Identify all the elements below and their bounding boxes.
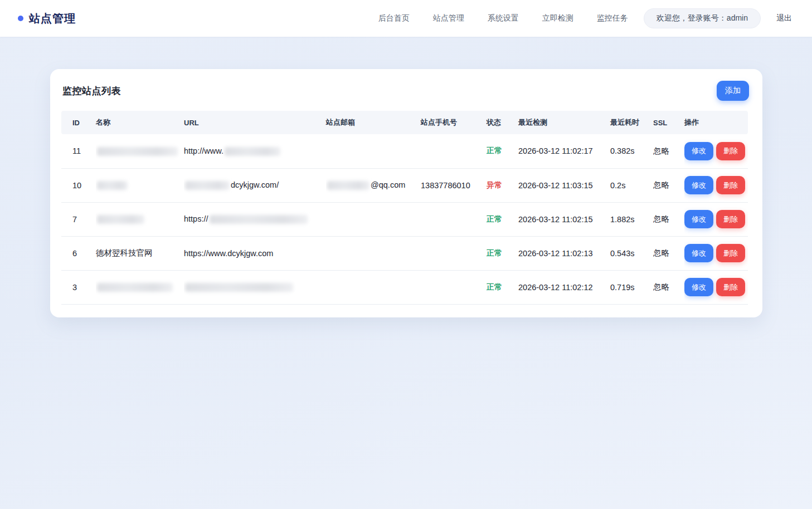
column-header-5: 状态 (487, 111, 518, 134)
column-header-4: 站点手机号 (421, 111, 487, 134)
monitor-site-list-card: 监控站点列表 添加 ID名称URL站点邮箱站点手机号状态最近检测最近耗时SSL操… (50, 69, 762, 317)
cell-operations: 修改删除 (684, 270, 748, 304)
column-header-9: 操作 (684, 111, 748, 134)
cell-text: @qq.com (371, 180, 405, 189)
cell-text: dcykjgw.com/ (231, 180, 279, 189)
cell-id: 6 (61, 236, 96, 270)
logout-link[interactable]: 退出 (776, 13, 792, 23)
delete-button[interactable]: 删除 (716, 142, 745, 160)
welcome-account-badge: 欢迎您，登录账号：admin (644, 8, 761, 28)
column-header-1: 名称 (96, 111, 184, 134)
nav-item-dashboard[interactable]: 后台首页 (378, 13, 410, 23)
cell-name (96, 168, 184, 202)
cell-name (96, 270, 184, 304)
cell-phone (421, 236, 487, 270)
redacted-blur (185, 181, 230, 190)
cell-last-check: 2026-03-12 11:02:17 (518, 134, 610, 168)
cell-id: 10 (61, 168, 96, 202)
status-badge: 正常 (487, 146, 502, 155)
redacted-blur (97, 215, 144, 224)
cell-email (326, 236, 421, 270)
column-header-2: URL (184, 111, 326, 134)
cell-url (184, 270, 326, 304)
row-actions: 修改删除 (684, 210, 748, 228)
redacted-blur (185, 283, 293, 292)
cell-status: 正常 (487, 134, 518, 168)
delete-button[interactable]: 删除 (716, 176, 745, 194)
nav-item-site-management[interactable]: 站点管理 (433, 13, 464, 23)
cell-phone (421, 202, 487, 236)
add-site-button[interactable]: 添加 (717, 81, 749, 101)
cell-last-check: 2026-03-12 11:03:15 (518, 168, 610, 202)
site-table-body: 11http://www.正常2026-03-12 11:02:170.382s… (61, 134, 748, 304)
cell-name: 德材翌科技官网 (96, 236, 184, 270)
delete-button[interactable]: 删除 (716, 244, 745, 262)
edit-button[interactable]: 修改 (684, 176, 713, 194)
cell-ssl: 忽略 (653, 134, 684, 168)
status-badge: 正常 (487, 282, 502, 291)
cell-email: @qq.com (326, 168, 421, 202)
cell-ssl: 忽略 (653, 202, 684, 236)
row-actions: 修改删除 (684, 176, 748, 194)
cell-email (326, 134, 421, 168)
redacted-blur (97, 283, 173, 292)
table-row: 11http://www.正常2026-03-12 11:02:170.382s… (61, 134, 748, 168)
cell-status: 正常 (487, 202, 518, 236)
edit-button[interactable]: 修改 (684, 142, 713, 160)
redacted-blur (97, 181, 128, 190)
column-header-6: 最近检测 (518, 111, 610, 134)
cell-url: https:// (184, 202, 326, 236)
top-navbar: 站点管理 后台首页 站点管理 系统设置 立即检测 监控任务 欢迎您，登录账号：a… (0, 0, 812, 37)
cell-status: 正常 (487, 236, 518, 270)
cell-duration: 0.719s (610, 270, 653, 304)
nav-item-check-now[interactable]: 立即检测 (542, 13, 573, 23)
cell-ssl: 忽略 (653, 168, 684, 202)
redacted-blur (225, 147, 280, 156)
cell-url: dcykjgw.com/ (184, 168, 326, 202)
cell-name (96, 202, 184, 236)
redacted-blur (210, 215, 308, 224)
cell-url: https://www.dcykjgw.com (184, 236, 326, 270)
brand-label: 站点管理 (29, 11, 76, 26)
cell-phone (421, 134, 487, 168)
cell-text: https:// (184, 214, 208, 223)
cell-status: 正常 (487, 270, 518, 304)
cell-last-check: 2026-03-12 11:02:15 (518, 202, 610, 236)
cell-ssl: 忽略 (653, 270, 684, 304)
row-actions: 修改删除 (684, 244, 748, 262)
cell-duration: 0.2s (610, 168, 653, 202)
cell-text: 德材翌科技官网 (96, 248, 153, 257)
card-title: 监控站点列表 (62, 85, 121, 97)
table-row: 6德材翌科技官网https://www.dcykjgw.com正常2026-03… (61, 236, 748, 270)
cell-name (96, 134, 184, 168)
status-badge: 异常 (487, 180, 502, 189)
cell-status: 异常 (487, 168, 518, 202)
edit-button[interactable]: 修改 (684, 210, 713, 228)
redacted-blur (97, 147, 178, 156)
edit-button[interactable]: 修改 (684, 244, 713, 262)
delete-button[interactable]: 删除 (716, 210, 745, 228)
column-header-0: ID (61, 111, 96, 134)
cell-duration: 0.382s (610, 134, 653, 168)
cell-email (326, 202, 421, 236)
brand-dot-icon (18, 16, 23, 21)
cell-text: http://www. (184, 146, 223, 155)
row-actions: 修改删除 (684, 278, 748, 296)
delete-button[interactable]: 删除 (716, 278, 745, 296)
column-header-3: 站点邮箱 (326, 111, 421, 134)
redacted-blur (327, 181, 369, 190)
cell-duration: 0.543s (610, 236, 653, 270)
row-actions: 修改删除 (684, 142, 748, 160)
status-badge: 正常 (487, 214, 502, 223)
cell-id: 11 (61, 134, 96, 168)
cell-operations: 修改删除 (684, 236, 748, 270)
nav-item-system-settings[interactable]: 系统设置 (488, 13, 519, 23)
cell-operations: 修改删除 (684, 134, 748, 168)
cell-last-check: 2026-03-12 11:02:12 (518, 270, 610, 304)
cell-text: https://www.dcykjgw.com (184, 249, 273, 258)
nav-menu: 后台首页 站点管理 系统设置 立即检测 监控任务 (378, 13, 628, 23)
edit-button[interactable]: 修改 (684, 278, 713, 296)
card-header: 监控站点列表 添加 (61, 69, 751, 111)
nav-item-monitor-tasks[interactable]: 监控任务 (597, 13, 628, 23)
table-row: 10dcykjgw.com/@qq.com13837786010异常2026-0… (61, 168, 748, 202)
